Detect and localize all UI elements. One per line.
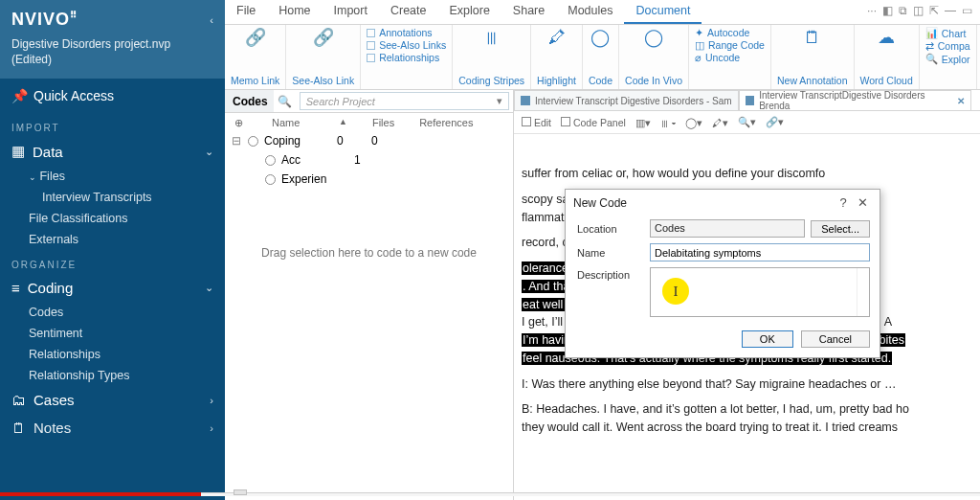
sidebar-item-sentiment[interactable]: Sentiment xyxy=(0,323,225,344)
sidebar-item-codes[interactable]: Codes xyxy=(0,302,225,323)
project-title: Digestive Disorders project.nvp (Edited) xyxy=(11,37,213,67)
window-extra-icons: ··· ◧ ⧉ ◫ ⇱ — ▭ xyxy=(859,0,980,24)
cloud-icon: ☁ xyxy=(878,27,895,48)
document-toolbar: Edit Code Panel ▥▾ ⫼▾ ◯▾ 🖍▾ 🔍▾ 🔗▾ xyxy=(514,111,980,134)
sidebar-item-relationships[interactable]: Relationships xyxy=(0,344,225,365)
sidebar-item-coding[interactable]: ≡ Coding ⌄ xyxy=(0,274,225,302)
search-icon[interactable]: 🔍 xyxy=(274,95,296,108)
doc-line: suffer from celiac or, how would you def… xyxy=(522,165,980,183)
code-drop-hint: Drag selection here to code to a new cod… xyxy=(225,189,513,269)
sidebar-item-notes[interactable]: 🗒 Notes › xyxy=(0,414,225,442)
codes-pane-title: Codes xyxy=(225,90,274,112)
ribbon: 🔗Memo Link 🔗See-Also Link Annotations Se… xyxy=(225,25,980,90)
menu-create[interactable]: Create xyxy=(379,0,438,24)
chevron-right-icon: › xyxy=(210,422,213,434)
icon-3[interactable]: ◫ xyxy=(913,4,924,20)
ribbon-uncode[interactable]: ⌀ Uncode xyxy=(695,52,765,63)
plus-icon[interactable]: ⊕ xyxy=(234,117,243,129)
chevron-down-icon: ⌄ xyxy=(205,282,213,294)
note-icon: 🗒 xyxy=(804,27,821,48)
link-icon: 🔗 xyxy=(313,27,334,48)
sidebar-item-externals[interactable]: Externals xyxy=(0,229,225,250)
app-logo: NVIVO⠿ xyxy=(11,10,77,30)
note-icon: 🗒 xyxy=(11,420,26,436)
highlighter-icon[interactable]: 🖍▾ xyxy=(712,117,728,128)
chevron-left-icon[interactable]: ‹ xyxy=(210,14,213,26)
circle-icon: ◯ xyxy=(644,27,663,48)
quick-access-link[interactable]: 📌 Quick Access xyxy=(0,79,225,113)
menubar: File Home Import Create Explore Share Mo… xyxy=(225,0,980,25)
codes-columns: ⊕ Name ▲ Files References xyxy=(225,113,513,131)
menu-explore[interactable]: Explore xyxy=(437,0,501,24)
menu-document[interactable]: Document xyxy=(624,0,702,24)
collapse-icon[interactable]: ⊟ xyxy=(231,134,242,148)
circle-icon: ◯ xyxy=(590,27,610,48)
menu-modules[interactable]: Modules xyxy=(556,0,624,24)
new-code-dialog: New Code ? ✕ Location Codes Select... Na… xyxy=(565,189,880,358)
help-icon[interactable]: ? xyxy=(834,195,853,210)
sidebar-item-file-classifications[interactable]: File Classifications xyxy=(0,208,225,229)
ribbon-relationships[interactable]: Relationships xyxy=(367,52,446,63)
sidebar-item-data[interactable]: ▦ Data ⌄ xyxy=(0,137,225,166)
link-icon: 🔗 xyxy=(245,27,266,48)
stripes-icon[interactable]: ⫼▾ xyxy=(660,117,676,128)
node-icon xyxy=(265,174,276,185)
layout-icon[interactable]: ▥▾ xyxy=(635,117,651,128)
ribbon-seealso-link[interactable]: 🔗See-Also Link xyxy=(286,25,361,89)
icon-1[interactable]: ◧ xyxy=(882,4,893,20)
code-row-coping[interactable]: ⊟ Coping 0 0 xyxy=(225,131,513,150)
search-project-input[interactable]: Search Project xyxy=(300,92,509,110)
ribbon-annotations[interactable]: Annotations xyxy=(367,27,446,38)
ribbon-code[interactable]: ◯Code xyxy=(583,25,619,89)
ribbon-chart[interactable]: 📊 Chart xyxy=(925,27,970,39)
ribbon-memo-link[interactable]: 🔗Memo Link xyxy=(225,25,286,89)
close-icon[interactable]: ✕ xyxy=(957,96,965,106)
doc-line: they would call it. Went across the boar… xyxy=(522,419,980,437)
menu-share[interactable]: Share xyxy=(501,0,556,24)
ribbon-word-cloud[interactable]: ☁Word Cloud xyxy=(855,25,920,89)
cancel-button[interactable]: Cancel xyxy=(801,330,870,348)
ok-button[interactable]: OK xyxy=(742,330,793,348)
zoom-icon[interactable]: 🔍▾ xyxy=(738,116,756,128)
import-heading: IMPORT xyxy=(0,113,225,137)
sort-asc-icon: ▲ xyxy=(339,117,347,129)
name-label: Name xyxy=(577,247,644,259)
ribbon-seealsolinks[interactable]: See-Also Links xyxy=(367,39,446,51)
close-icon[interactable]: ✕ xyxy=(853,195,872,210)
select-button[interactable]: Select... xyxy=(811,220,870,238)
icon-4[interactable]: ⇱ xyxy=(929,4,939,20)
ribbon-code-in-vivo[interactable]: ◯Code In Vivo xyxy=(619,25,689,89)
name-input[interactable] xyxy=(650,243,870,261)
icon-5[interactable]: — xyxy=(945,4,956,20)
icon-6[interactable]: ▭ xyxy=(962,4,972,20)
tab-brenda[interactable]: Interview TranscriptDigestive Disorders … xyxy=(739,90,972,110)
edit-toggle[interactable]: Edit xyxy=(522,117,551,128)
ribbon-explore[interactable]: 🔍 Explor xyxy=(925,53,970,65)
codes-pane: Codes 🔍 Search Project ⊕ Name ▲ Files Re… xyxy=(225,90,514,500)
icon-2[interactable]: ⧉ xyxy=(899,4,907,20)
ribbon-autocode[interactable]: ✦ Autocode xyxy=(695,27,765,38)
ribbon-coding-stripes[interactable]: ⫼Coding Stripes xyxy=(453,25,531,89)
code-panel-toggle[interactable]: Code Panel xyxy=(561,117,626,128)
video-progress-track[interactable] xyxy=(0,485,980,496)
sidebar-item-interview-transcripts[interactable]: Interview Transcripts xyxy=(0,187,225,208)
sidebar-item-files[interactable]: ⌄ Files xyxy=(0,166,225,187)
sidebar-item-relationship-types[interactable]: Relationship Types xyxy=(0,365,225,386)
ellipsis-icon[interactable]: ··· xyxy=(867,4,877,20)
description-input[interactable]: I xyxy=(650,267,870,317)
code-row-acc[interactable]: Acc 1 xyxy=(225,150,513,170)
link-icon[interactable]: 🔗▾ xyxy=(766,116,784,128)
tab-sam[interactable]: Interview Transcript Digestive Disorders… xyxy=(514,90,739,110)
code-row-experien[interactable]: Experien xyxy=(225,170,513,189)
ribbon-range-code[interactable]: ◫ Range Code xyxy=(695,39,765,51)
ribbon-new-annotation[interactable]: 🗒New Annotation xyxy=(771,25,855,89)
ribbon-highlight[interactable]: 🖍Highlight xyxy=(531,25,583,89)
sidebar-item-cases[interactable]: 🗂 Cases › xyxy=(0,386,225,414)
menu-import[interactable]: Import xyxy=(323,0,379,24)
ribbon-compare[interactable]: ⇄ Compa xyxy=(925,40,970,52)
doc-line: I: Was there anything else beyond that? … xyxy=(522,375,980,394)
circle-icon[interactable]: ◯▾ xyxy=(685,117,702,128)
main-area: File Home Import Create Explore Share Mo… xyxy=(225,0,980,500)
menu-home[interactable]: Home xyxy=(267,0,322,24)
menu-file[interactable]: File xyxy=(225,0,267,24)
